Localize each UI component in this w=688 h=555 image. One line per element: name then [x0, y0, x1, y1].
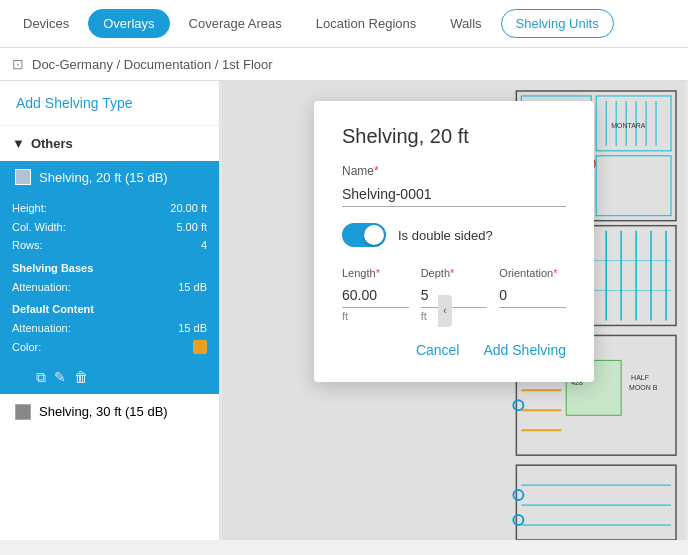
name-field-label: Name* — [342, 164, 566, 178]
depth-col: Depth* ft — [421, 267, 488, 322]
length-unit: ft — [342, 310, 409, 322]
rows-label: Rows: — [12, 236, 43, 255]
swatch-shelving-30ft — [15, 404, 31, 420]
copy-icon[interactable]: ⧉ — [36, 369, 46, 386]
shelving-item-actions: ⧉ ✎ 🗑 — [0, 365, 219, 394]
map-layer-icon: ⊡ — [12, 56, 24, 72]
add-shelving-dialog: Shelving, 20 ft Name* Is double sided? L… — [314, 101, 594, 382]
depth-unit: ft — [421, 310, 488, 322]
sidebar: Add Shelving Type ▼ Others Shelving, 20 … — [0, 81, 220, 540]
add-shelving-type-button[interactable]: Add Shelving Type — [0, 81, 219, 126]
attenuation-label: Attenuation: — [12, 278, 71, 297]
tab-walls[interactable]: Walls — [435, 9, 496, 38]
orientation-label: Orientation* — [499, 267, 566, 279]
sidebar-group-others[interactable]: ▼ Others — [0, 126, 219, 161]
tab-overlays[interactable]: Overlays — [88, 9, 169, 38]
depth-label: Depth* — [421, 267, 488, 279]
depth-input[interactable] — [421, 283, 488, 308]
tab-location-regions[interactable]: Location Regions — [301, 9, 431, 38]
dimensions-row: Length* ft Depth* ft Orien — [342, 267, 566, 322]
tab-coverage-areas[interactable]: Coverage Areas — [174, 9, 297, 38]
color-label: Color: — [12, 338, 41, 357]
height-label: Height: — [12, 199, 47, 218]
default-attenuation-label: Attenuation: — [12, 319, 71, 338]
cancel-button[interactable]: Cancel — [416, 342, 460, 358]
main-layout: Add Shelving Type ▼ Others Shelving, 20 … — [0, 81, 688, 540]
add-shelving-button[interactable]: Add Shelving — [483, 342, 566, 358]
shelving-bases-label: Shelving Bases — [12, 262, 93, 274]
length-input[interactable] — [342, 283, 409, 308]
group-arrow-icon: ▼ — [12, 136, 25, 151]
default-content-label: Default Content — [12, 303, 94, 315]
tab-devices[interactable]: Devices — [8, 9, 84, 38]
map-area[interactable]: DILLION BEACH SONOMA COAST MONTARA — [220, 81, 688, 540]
breadcrumb: ⊡ Doc-Germany / Documentation / 1st Floo… — [0, 48, 688, 81]
height-value: 20.00 ft — [170, 199, 207, 218]
swatch-shelving-20ft — [15, 169, 31, 185]
double-sided-toggle[interactable] — [342, 223, 386, 247]
tab-shelving-units[interactable]: Shelving Units — [501, 9, 614, 38]
edit-icon[interactable]: ✎ — [54, 369, 66, 386]
col-width-label: Col. Width: — [12, 218, 66, 237]
toggle-label: Is double sided? — [398, 228, 493, 243]
sidebar-item-shelving-20ft[interactable]: Shelving, 20 ft (15 dB) — [0, 161, 219, 193]
shelving-20ft-details: Height: 20.00 ft Col. Width: 5.00 ft Row… — [0, 193, 219, 365]
dialog-overlay: Shelving, 20 ft Name* Is double sided? L… — [220, 81, 688, 540]
double-sided-row: Is double sided? — [342, 223, 566, 247]
dialog-actions: Cancel Add Shelving — [342, 342, 566, 358]
rows-value: 4 — [201, 236, 207, 255]
attenuation-value: 15 dB — [178, 278, 207, 297]
dialog-title: Shelving, 20 ft — [342, 125, 566, 148]
default-attenuation-value: 15 dB — [178, 319, 207, 338]
orientation-input[interactable] — [499, 283, 566, 308]
sidebar-item-label-shelving-20ft: Shelving, 20 ft (15 dB) — [39, 170, 168, 185]
toggle-knob — [364, 225, 384, 245]
color-swatch — [193, 340, 207, 354]
sidebar-item-label-shelving-30ft: Shelving, 30 ft (15 dB) — [39, 404, 168, 419]
length-col: Length* ft — [342, 267, 409, 322]
breadcrumb-path: Doc-Germany / Documentation / 1st Floor — [32, 57, 273, 72]
top-navigation: Devices Overlays Coverage Areas Location… — [0, 0, 688, 48]
delete-icon[interactable]: 🗑 — [74, 369, 88, 386]
length-label: Length* — [342, 267, 409, 279]
sidebar-collapse-button[interactable]: ‹ — [438, 295, 452, 327]
orientation-col: Orientation* — [499, 267, 566, 322]
group-label: Others — [31, 136, 73, 151]
orientation-unit — [499, 310, 566, 322]
col-width-value: 5.00 ft — [176, 218, 207, 237]
name-input[interactable] — [342, 182, 566, 207]
sidebar-item-shelving-30ft[interactable]: Shelving, 30 ft (15 dB) — [0, 394, 219, 430]
